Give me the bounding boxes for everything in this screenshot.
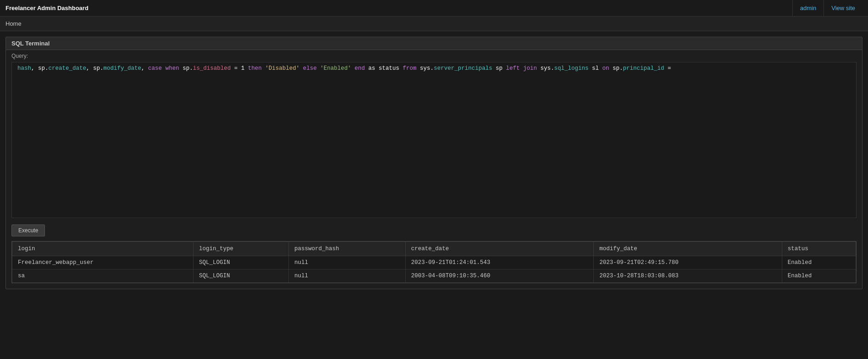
sql-terminal-header: SQL Terminal [6, 37, 862, 50]
col-header-status: status [782, 242, 856, 256]
col-header-create-date: create_date [405, 242, 594, 256]
col-header-login: login [12, 242, 194, 256]
execute-btn-row: Execute [6, 220, 862, 241]
table-cell: 2023-10-28T18:03:08.083 [594, 269, 782, 283]
table-cell: Enabled [782, 256, 856, 269]
sql-terminal-panel: SQL Terminal Query: hash, sp.create_date… [6, 37, 862, 289]
table-cell: 2023-09-21T01:24:01.543 [405, 256, 594, 269]
table-cell: SQL_LOGIN [194, 256, 289, 269]
code-hash: hash [17, 65, 31, 72]
query-label: Query: [6, 50, 862, 60]
col-header-login-type: login_type [194, 242, 289, 256]
table-cell: SQL_LOGIN [194, 269, 289, 283]
table-cell: null [288, 269, 405, 283]
app-title: Freelancer Admin Dashboard [6, 5, 88, 11]
code-editor[interactable]: hash, sp.create_date, sp.modify_date, ca… [11, 62, 857, 218]
top-nav-right: admin View site [792, 0, 862, 17]
table-header-row: login login_type password_hash create_da… [12, 242, 856, 256]
execute-button[interactable]: Execute [11, 224, 45, 236]
table-cell: 2023-09-21T02:49:15.780 [594, 256, 782, 269]
table-cell: Enabled [782, 269, 856, 283]
table-cell: Freelancer_webapp_user [12, 256, 194, 269]
main-content: SQL Terminal Query: hash, sp.create_date… [0, 31, 868, 295]
results-table: login login_type password_hash create_da… [12, 241, 856, 283]
col-header-modify-date: modify_date [594, 242, 782, 256]
table-cell: 2003-04-08T09:10:35.460 [405, 269, 594, 283]
then-keyword: then [248, 65, 262, 72]
admin-link[interactable]: admin [792, 0, 824, 17]
home-nav-item[interactable]: Home [6, 20, 22, 27]
table-cell: null [288, 256, 405, 269]
sub-nav: Home [0, 17, 868, 31]
view-site-link[interactable]: View site [824, 0, 862, 17]
results-table-container: login login_type password_hash create_da… [11, 241, 857, 283]
table-row: saSQL_LOGINnull2003-04-08T09:10:35.46020… [12, 269, 856, 283]
top-nav: Freelancer Admin Dashboard admin View si… [0, 0, 868, 17]
table-row: Freelancer_webapp_userSQL_LOGINnull2023-… [12, 256, 856, 269]
col-header-password-hash: password_hash [288, 242, 405, 256]
table-cell: sa [12, 269, 194, 283]
